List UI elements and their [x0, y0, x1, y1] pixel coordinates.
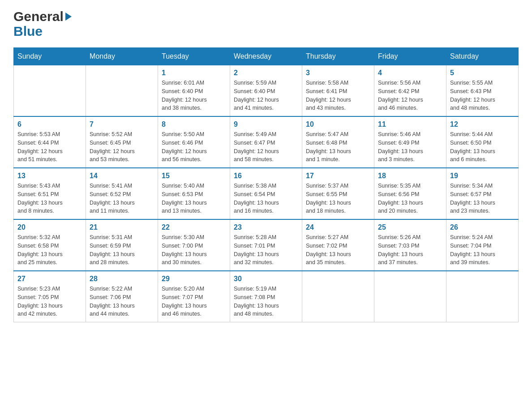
calendar-cell: 5Sunrise: 5:55 AMSunset: 6:43 PMDaylight…	[446, 65, 519, 117]
calendar-header-row: SundayMondayTuesdayWednesdayThursdayFrid…	[14, 48, 519, 65]
day-number: 22	[162, 223, 226, 231]
day-number: 12	[450, 120, 515, 128]
day-info: Sunrise: 5:43 AMSunset: 6:51 PMDaylight:…	[17, 182, 82, 215]
logo: General Blue	[13, 9, 73, 39]
day-number: 3	[306, 69, 370, 77]
calendar-cell: 9Sunrise: 5:49 AMSunset: 6:47 PMDaylight…	[230, 116, 302, 168]
calendar-cell: 18Sunrise: 5:35 AMSunset: 6:56 PMDayligh…	[374, 168, 446, 219]
calendar-cell: 17Sunrise: 5:37 AMSunset: 6:55 PMDayligh…	[302, 168, 374, 219]
day-info: Sunrise: 5:40 AMSunset: 6:53 PMDaylight:…	[162, 182, 226, 215]
calendar-cell	[374, 271, 446, 322]
calendar-cell: 27Sunrise: 5:23 AMSunset: 7:05 PMDayligh…	[14, 271, 86, 322]
calendar-cell: 12Sunrise: 5:44 AMSunset: 6:50 PMDayligh…	[446, 116, 519, 168]
day-number: 25	[378, 223, 442, 231]
calendar-cell: 29Sunrise: 5:20 AMSunset: 7:07 PMDayligh…	[158, 271, 230, 322]
calendar-cell: 28Sunrise: 5:22 AMSunset: 7:06 PMDayligh…	[86, 271, 158, 322]
day-number: 4	[378, 69, 442, 77]
day-info: Sunrise: 5:24 AMSunset: 7:04 PMDaylight:…	[450, 233, 515, 267]
day-info: Sunrise: 5:55 AMSunset: 6:43 PMDaylight:…	[450, 79, 515, 112]
day-number: 23	[234, 223, 298, 231]
day-number: 26	[450, 223, 515, 231]
logo-general-text: General	[13, 9, 64, 24]
day-number: 1	[162, 69, 226, 77]
day-number: 18	[378, 172, 442, 180]
day-number: 8	[162, 120, 226, 128]
calendar-cell: 8Sunrise: 5:50 AMSunset: 6:46 PMDaylight…	[158, 116, 230, 168]
logo: General Blue	[13, 9, 73, 39]
day-number: 30	[234, 275, 298, 283]
day-number: 16	[234, 172, 298, 180]
day-info: Sunrise: 5:50 AMSunset: 6:46 PMDaylight:…	[162, 130, 226, 164]
day-of-week-header: Wednesday	[230, 48, 302, 65]
day-info: Sunrise: 5:26 AMSunset: 7:03 PMDaylight:…	[378, 233, 442, 267]
day-number: 29	[162, 275, 226, 283]
calendar-cell: 19Sunrise: 5:34 AMSunset: 6:57 PMDayligh…	[446, 168, 519, 219]
calendar-cell: 26Sunrise: 5:24 AMSunset: 7:04 PMDayligh…	[446, 219, 519, 271]
day-info: Sunrise: 5:44 AMSunset: 6:50 PMDaylight:…	[450, 130, 515, 164]
day-number: 19	[450, 172, 515, 180]
day-info: Sunrise: 5:20 AMSunset: 7:07 PMDaylight:…	[162, 285, 226, 318]
day-of-week-header: Friday	[374, 48, 446, 65]
day-info: Sunrise: 5:58 AMSunset: 6:41 PMDaylight:…	[306, 79, 370, 112]
day-number: 6	[17, 120, 82, 128]
day-info: Sunrise: 5:52 AMSunset: 6:45 PMDaylight:…	[90, 130, 154, 164]
calendar-cell	[446, 271, 519, 322]
calendar-body: 1Sunrise: 6:01 AMSunset: 6:40 PMDaylight…	[14, 65, 519, 322]
day-number: 2	[234, 69, 298, 77]
calendar-cell: 11Sunrise: 5:46 AMSunset: 6:49 PMDayligh…	[374, 116, 446, 168]
calendar-cell: 23Sunrise: 5:28 AMSunset: 7:01 PMDayligh…	[230, 219, 302, 271]
day-info: Sunrise: 5:56 AMSunset: 6:42 PMDaylight:…	[378, 79, 442, 112]
calendar-cell: 24Sunrise: 5:27 AMSunset: 7:02 PMDayligh…	[302, 219, 374, 271]
calendar-cell: 21Sunrise: 5:31 AMSunset: 6:59 PMDayligh…	[86, 219, 158, 271]
day-info: Sunrise: 5:19 AMSunset: 7:08 PMDaylight:…	[234, 285, 298, 318]
day-info: Sunrise: 5:49 AMSunset: 6:47 PMDaylight:…	[234, 130, 298, 164]
calendar-cell: 7Sunrise: 5:52 AMSunset: 6:45 PMDaylight…	[86, 116, 158, 168]
calendar-cell: 25Sunrise: 5:26 AMSunset: 7:03 PMDayligh…	[374, 219, 446, 271]
day-number: 28	[90, 275, 154, 283]
day-info: Sunrise: 5:28 AMSunset: 7:01 PMDaylight:…	[234, 233, 298, 267]
day-number: 5	[450, 69, 515, 77]
calendar-cell	[302, 271, 374, 322]
calendar-cell	[86, 65, 158, 117]
day-info: Sunrise: 5:59 AMSunset: 6:40 PMDaylight:…	[234, 79, 298, 112]
page-header: General Blue	[13, 9, 519, 39]
day-info: Sunrise: 6:01 AMSunset: 6:40 PMDaylight:…	[162, 79, 226, 112]
day-number: 13	[17, 172, 82, 180]
day-info: Sunrise: 5:23 AMSunset: 7:05 PMDaylight:…	[17, 285, 82, 318]
calendar-cell: 15Sunrise: 5:40 AMSunset: 6:53 PMDayligh…	[158, 168, 230, 219]
day-info: Sunrise: 5:32 AMSunset: 6:58 PMDaylight:…	[17, 233, 82, 267]
calendar-cell: 22Sunrise: 5:30 AMSunset: 7:00 PMDayligh…	[158, 219, 230, 271]
calendar-cell	[14, 65, 86, 117]
day-info: Sunrise: 5:22 AMSunset: 7:06 PMDaylight:…	[90, 285, 154, 318]
calendar-cell: 10Sunrise: 5:47 AMSunset: 6:48 PMDayligh…	[302, 116, 374, 168]
day-number: 15	[162, 172, 226, 180]
day-number: 21	[90, 223, 154, 231]
day-info: Sunrise: 5:34 AMSunset: 6:57 PMDaylight:…	[450, 182, 515, 215]
calendar-cell: 14Sunrise: 5:41 AMSunset: 6:52 PMDayligh…	[86, 168, 158, 219]
calendar-cell: 2Sunrise: 5:59 AMSunset: 6:40 PMDaylight…	[230, 65, 302, 117]
calendar-cell: 13Sunrise: 5:43 AMSunset: 6:51 PMDayligh…	[14, 168, 86, 219]
calendar-cell: 20Sunrise: 5:32 AMSunset: 6:58 PMDayligh…	[14, 219, 86, 271]
day-of-week-header: Sunday	[14, 48, 86, 65]
calendar-cell: 16Sunrise: 5:38 AMSunset: 6:54 PMDayligh…	[230, 168, 302, 219]
logo-blue-text: Blue	[13, 24, 73, 39]
day-info: Sunrise: 5:27 AMSunset: 7:02 PMDaylight:…	[306, 233, 370, 267]
day-number: 27	[17, 275, 82, 283]
calendar-table: SundayMondayTuesdayWednesdayThursdayFrid…	[13, 47, 519, 322]
day-number: 17	[306, 172, 370, 180]
day-number: 20	[17, 223, 82, 231]
day-of-week-header: Tuesday	[158, 48, 230, 65]
day-info: Sunrise: 5:53 AMSunset: 6:44 PMDaylight:…	[17, 130, 82, 164]
day-number: 24	[306, 223, 370, 231]
calendar-cell: 30Sunrise: 5:19 AMSunset: 7:08 PMDayligh…	[230, 271, 302, 322]
day-number: 10	[306, 120, 370, 128]
day-info: Sunrise: 5:47 AMSunset: 6:48 PMDaylight:…	[306, 130, 370, 164]
day-number: 11	[378, 120, 442, 128]
day-number: 14	[90, 172, 154, 180]
calendar-cell: 1Sunrise: 6:01 AMSunset: 6:40 PMDaylight…	[158, 65, 230, 117]
calendar-cell: 6Sunrise: 5:53 AMSunset: 6:44 PMDaylight…	[14, 116, 86, 168]
day-of-week-header: Saturday	[446, 48, 519, 65]
day-info: Sunrise: 5:31 AMSunset: 6:59 PMDaylight:…	[90, 233, 154, 267]
day-of-week-header: Thursday	[302, 48, 374, 65]
calendar-cell: 4Sunrise: 5:56 AMSunset: 6:42 PMDaylight…	[374, 65, 446, 117]
